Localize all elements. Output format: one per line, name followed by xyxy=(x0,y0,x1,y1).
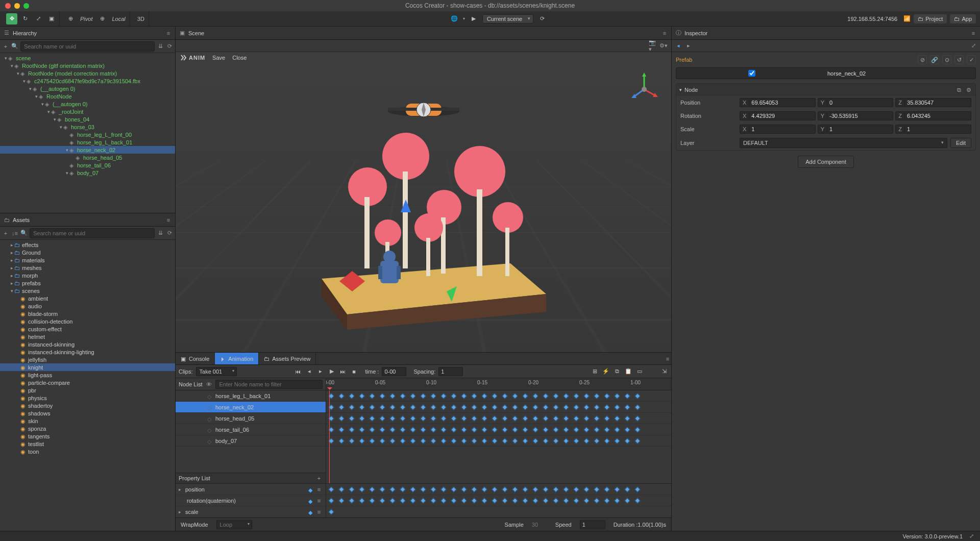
eye-icon[interactable]: 👁 xyxy=(205,381,212,388)
forward-icon[interactable]: ▸ xyxy=(685,42,692,50)
menu-icon[interactable]: ≡ xyxy=(165,216,172,224)
spacing-input[interactable] xyxy=(438,367,463,376)
rot-z[interactable] xyxy=(905,112,971,120)
add-icon[interactable]: + xyxy=(2,43,9,50)
hierarchy-node[interactable]: ▾◈bones_04 xyxy=(0,115,175,123)
mode-3d[interactable]: 3D xyxy=(135,16,146,22)
hierarchy-node[interactable]: ◈horse_tail_06 xyxy=(0,161,175,169)
asset-item[interactable]: ◉toon xyxy=(0,448,175,455)
paste-icon[interactable]: 📋 xyxy=(624,367,632,376)
skip-start-icon[interactable]: ⏮ xyxy=(294,367,302,376)
globe-caret[interactable]: ▾ xyxy=(463,16,465,21)
asset-item[interactable]: ◉shadertoy xyxy=(0,402,175,409)
gear-icon[interactable]: ⚙▾ xyxy=(660,42,667,50)
asset-item[interactable]: ◉testlist xyxy=(0,440,175,448)
timeline-ruler[interactable]: 0-000-050-100-150-200-251-00 xyxy=(326,378,671,390)
time-input[interactable] xyxy=(382,367,406,376)
gear-icon[interactable]: ⚙ xyxy=(965,86,972,93)
anim-property-row[interactable]: ▸scale◆≡ xyxy=(176,506,326,518)
anim-node-row[interactable]: ◇horse_tail_06 xyxy=(176,424,326,435)
scl-x[interactable] xyxy=(749,125,815,133)
hierarchy-node[interactable]: ▾◈horse_neck_02 xyxy=(0,146,175,154)
layer-edit-button[interactable]: Edit xyxy=(950,138,971,148)
hierarchy-node[interactable]: ◈horse_leg_L_front_00 xyxy=(0,131,175,138)
anim-node-row[interactable]: ◇horse_neck_02 xyxy=(176,402,326,413)
maximize-icon[interactable]: ⤢ xyxy=(968,533,975,540)
asset-item[interactable]: ◉knight xyxy=(0,363,175,371)
back-icon[interactable]: ◂ xyxy=(675,42,682,50)
menu-icon[interactable]: ≡ xyxy=(970,30,977,37)
asset-item[interactable]: ◉blade-storm xyxy=(0,310,175,317)
rot-x[interactable] xyxy=(749,112,815,120)
keyframe-tracks[interactable] xyxy=(326,390,671,483)
asset-item[interactable]: ◉jellyfish xyxy=(0,356,175,363)
hierarchy-node[interactable]: ▾◈c2475420cd6847fe9bd9c7a79c391504.fbx xyxy=(0,77,175,85)
asset-item[interactable]: ◉skin xyxy=(0,417,175,425)
tab-animation[interactable]: ⏵Animation xyxy=(215,353,259,364)
asset-item[interactable]: ◉ambient xyxy=(0,294,175,302)
asset-item[interactable]: ▸🗀Ground xyxy=(0,249,175,256)
asset-item[interactable]: ▾🗀scenes xyxy=(0,287,175,294)
asset-item[interactable]: ◉custom-effect xyxy=(0,325,175,333)
scl-z[interactable] xyxy=(905,125,971,133)
rect-icon[interactable]: ▭ xyxy=(635,367,644,376)
anim-property-row[interactable]: ▸position◆≡ xyxy=(176,484,326,495)
orientation-gizmo[interactable] xyxy=(626,71,662,107)
copy-icon[interactable]: ⧉ xyxy=(613,367,621,376)
hierarchy-node[interactable]: ▾◈_rootJoint xyxy=(0,108,175,115)
anim-property-row[interactable]: rotation(quaternion)◆≡ xyxy=(176,495,326,506)
asset-item[interactable]: ▸🗀prefabs xyxy=(0,279,175,287)
grid-icon[interactable]: ⊞ xyxy=(591,367,599,376)
anim-node-row[interactable]: ◇horse_head_05 xyxy=(176,413,326,424)
hierarchy-node[interactable]: ▾◈body_07 xyxy=(0,169,175,177)
hierarchy-node[interactable]: ▾◈scene xyxy=(0,54,175,62)
hierarchy-node[interactable]: ◈horse_leg_L_back_01 xyxy=(0,138,175,146)
anim-save[interactable]: Save xyxy=(212,55,225,61)
move-tool[interactable]: ✥ xyxy=(6,13,17,24)
hierarchy-node[interactable]: ▾◈RootNode (gltf orientation matrix) xyxy=(0,62,175,69)
link-icon[interactable]: 🔗 xyxy=(930,55,939,64)
sort-icon[interactable]: ↓≡ xyxy=(11,230,18,237)
clip-select[interactable]: Take 001 xyxy=(196,367,237,376)
revert-icon[interactable]: ↺ xyxy=(954,55,964,64)
add-component-button[interactable]: Add Component xyxy=(798,156,854,168)
hierarchy-node[interactable]: ▾◈RootNode (model correction matrix) xyxy=(0,69,175,77)
step-fwd-icon[interactable]: ▸ xyxy=(316,367,325,376)
stop-icon[interactable]: ■ xyxy=(350,367,358,376)
camera-icon[interactable]: 📷▾ xyxy=(649,42,656,50)
rect-tool[interactable]: ▣ xyxy=(46,13,57,24)
scene-select[interactable]: Current scene xyxy=(482,14,533,23)
collapse-icon[interactable]: ⇊ xyxy=(157,230,164,237)
node-enabled[interactable] xyxy=(679,70,824,77)
locate-icon[interactable]: ⊙ xyxy=(942,55,951,64)
node-name-input[interactable] xyxy=(827,70,972,77)
menu-icon[interactable]: ≡ xyxy=(661,30,668,37)
unlink-icon[interactable]: ⊘ xyxy=(918,55,927,64)
local-label[interactable]: Local xyxy=(110,16,127,22)
apply-icon[interactable]: ✓ xyxy=(967,55,976,64)
scene-viewport[interactable]: ANIM Save Close xyxy=(176,52,671,352)
pos-x[interactable] xyxy=(749,99,815,107)
asset-item[interactable]: ▸🗀morph xyxy=(0,272,175,279)
pos-y[interactable] xyxy=(827,99,893,107)
scale-tool[interactable]: ⤢ xyxy=(33,13,44,24)
hierarchy-node[interactable]: ◈horse_head_05 xyxy=(0,154,175,161)
anim-node-row[interactable]: ◇horse_leg_L_back_01 xyxy=(176,390,326,402)
asset-item[interactable]: ▸🗀effects xyxy=(0,241,175,249)
hierarchy-node[interactable]: ▾◈(__autogen 0) xyxy=(0,100,175,108)
asset-item[interactable]: ◉instanced-skinning xyxy=(0,340,175,348)
hierarchy-node[interactable]: ▾◈horse_03 xyxy=(0,123,175,131)
hierarchy-search[interactable] xyxy=(20,41,155,52)
collapse-icon[interactable]: ⇊ xyxy=(157,43,164,50)
play-button[interactable]: ▶ xyxy=(468,13,479,24)
app-button[interactable]: 🗀App xyxy=(950,14,976,23)
playhead[interactable] xyxy=(329,390,330,483)
tab-assets-preview[interactable]: 🗀Assets Preview xyxy=(259,353,316,364)
tab-console[interactable]: ▣Console xyxy=(176,353,215,364)
globe-icon[interactable]: 🌐 xyxy=(449,13,460,24)
rot-y[interactable] xyxy=(827,112,893,120)
pos-z[interactable] xyxy=(905,99,971,107)
add-icon[interactable]: + xyxy=(2,230,9,237)
asset-item[interactable]: ◉physics xyxy=(0,394,175,402)
menu-icon[interactable]: ≡ xyxy=(165,30,172,37)
